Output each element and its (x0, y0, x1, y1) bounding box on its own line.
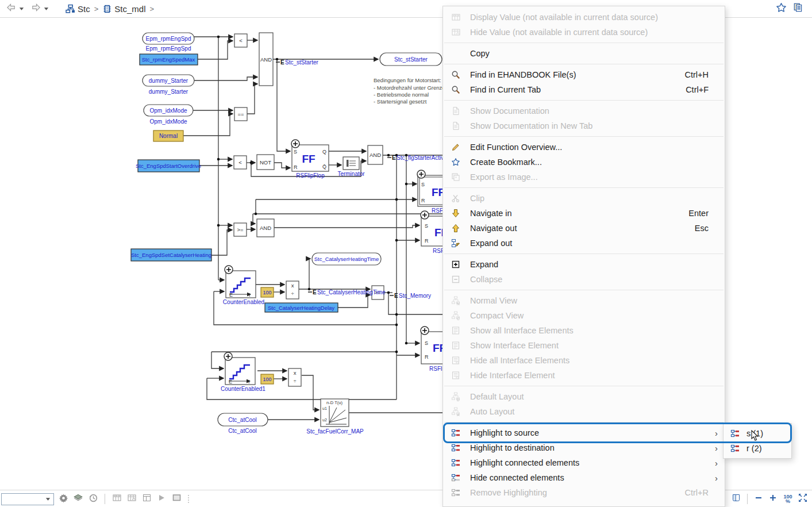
svg-text:x: x (291, 282, 294, 289)
pencil-icon (450, 143, 461, 152)
menu-item-hide-connected-elements[interactable]: Hide connected elements› (443, 470, 725, 485)
book-panel-button[interactable] (730, 493, 742, 505)
hide-value-button[interactable] (126, 493, 137, 505)
port-stc-ststarter-output[interactable]: Stc_stStarter (380, 53, 442, 66)
toolbar-drag-handle[interactable] (188, 495, 189, 503)
interface-rpm-eng-sped-max[interactable]: Stc_rpmEngSpedMax (140, 54, 198, 65)
menu-item-label: Create Bookmark... (470, 158, 698, 167)
history-button[interactable] (87, 493, 99, 505)
fit-screen-button[interactable] (797, 493, 809, 505)
menu-item-hide-interface-element: Hide Interface Element (443, 368, 725, 383)
menu-item-clip: Clip (443, 191, 725, 206)
expand-out-icon (450, 239, 461, 248)
svg-text:Opm_idxMode: Opm_idxMode (149, 118, 187, 125)
compare-lt-block-1[interactable]: < (234, 34, 247, 47)
layers-button[interactable] (72, 493, 84, 505)
menu-item-label: Highlight to destination (470, 443, 698, 452)
expand-badge-icon[interactable] (421, 327, 429, 335)
display-value-button[interactable] (111, 493, 122, 505)
interface-catalyser-heating-delay[interactable]: Stc_CatalyserHeatingDelay (265, 303, 338, 312)
menu-item-highlight-to-source[interactable]: Highlight to source› (443, 425, 725, 440)
constant-normal[interactable]: Normal (153, 130, 183, 141)
history-icon (88, 493, 98, 505)
menu-item-highlight-to-destination[interactable]: Highlight to destination› (443, 440, 725, 455)
back-arrow-icon (6, 3, 17, 14)
expand-badge-icon[interactable] (291, 140, 299, 148)
port-ctc-atcool[interactable]: Ctc_atCool Ctc_atCool (218, 413, 268, 434)
back-button[interactable] (6, 3, 25, 14)
submenu-item-source-s[interactable]: s (1) (724, 426, 791, 441)
menu-item-navigate-out[interactable]: Navigate outEsc (443, 221, 725, 236)
expand-badge-icon[interactable] (224, 352, 232, 360)
port-catalyser-heating-time[interactable]: Stc_CatalyserHeatingTime (312, 253, 381, 265)
submenu-item-label: r (2) (746, 444, 762, 453)
documentation-pages-button[interactable] (792, 3, 804, 14)
submenu-item-source-r[interactable]: r (2) (724, 441, 791, 456)
multiply-divide-block-2[interactable]: x ÷ (288, 368, 301, 386)
screen-button[interactable] (171, 493, 182, 505)
menu-item-find-in-ehandbook-files[interactable]: Find in EHANDBOOK File(s)Ctrl+H (443, 67, 725, 82)
constant-100-b[interactable]: 100 (261, 374, 274, 384)
constant-100-a[interactable]: 100 (261, 287, 274, 297)
menu-item-copy[interactable]: Copy (443, 46, 725, 61)
menu-item-compact-view: CCompact View (443, 308, 725, 323)
menu-item-expand-out[interactable]: Expand out (443, 236, 725, 251)
and-block-3[interactable]: AND (257, 219, 274, 237)
menu-item-navigate-in[interactable]: Navigate inEnter (443, 206, 725, 221)
menu-item-label: Edit Function Overview... (470, 143, 698, 152)
menu-item-edit-function-overview[interactable]: Edit Function Overview... (443, 140, 725, 155)
svg-text:Stc_CatalyserHeatingTime: Stc_CatalyserHeatingTime (314, 256, 379, 262)
back-history-caret-icon[interactable] (18, 3, 25, 14)
and-block-2[interactable]: AND (368, 145, 383, 164)
counter-enabled-block[interactable]: E I CounterEnabled (223, 266, 264, 305)
and-block-tall[interactable]: AND (259, 33, 273, 86)
menu-item-label: Show Documentation in New Tab (470, 121, 698, 130)
rsflipflop-block[interactable]: FF S R Q Q̄ RSFlipFlop (291, 140, 329, 179)
expand-badge-icon[interactable] (225, 266, 233, 274)
multiply-divide-block-1[interactable]: x ÷ (286, 281, 299, 299)
port-epm-rpmengspd[interactable]: Epm_rpmEngSpd Epm_rpmEngSpd (143, 33, 194, 52)
fit-screen-icon (798, 493, 807, 505)
expand-badge-icon[interactable] (421, 211, 429, 219)
settings-button[interactable] (57, 493, 69, 505)
interface-engspd-set-catalyser-heating[interactable]: Stc_EngSpdSetCatalyserHeating (131, 249, 211, 261)
svg-text:AND: AND (370, 152, 381, 158)
port-opm-idxmode[interactable]: Opm_idxMode Opm_idxMode (144, 105, 193, 125)
menu-separator (444, 100, 724, 101)
svg-text:Terminator: Terminator (337, 171, 365, 177)
window-layout-button[interactable] (141, 493, 152, 505)
menu-item-expand[interactable]: Expand (443, 257, 725, 272)
svg-text:I: I (248, 379, 250, 385)
menu-item-create-bookmark[interactable]: Create Bookmark... (443, 155, 725, 170)
counter-enabled1-block[interactable]: E I CounterEnabled1 (221, 352, 265, 392)
search-icon (450, 85, 461, 94)
menu-item-shortcut: Ctrl+R (685, 488, 709, 497)
forward-history-caret-icon[interactable] (43, 3, 49, 14)
play-button[interactable] (156, 493, 167, 505)
not-block[interactable]: NOT (257, 155, 274, 170)
zoom-out-button[interactable] (753, 493, 764, 505)
forward-button[interactable] (30, 3, 49, 14)
fuel-corr-map-block[interactable]: n-D T(u) u1 u2 Stc_facFuelCorr_MAP (306, 399, 364, 435)
interface-engspd-start-overdrive[interactable]: Stc_EngSpdStartOverdrive (136, 160, 201, 172)
svg-text:RSFlipFlop: RSFlipFlop (296, 172, 325, 179)
menu-item-find-in-current-tab[interactable]: Find in Current TabCtrl+F (443, 82, 725, 97)
zoom-in-button[interactable] (767, 493, 779, 505)
status-dropdown[interactable] (1, 493, 54, 505)
breadcrumb: Stc>Stc_mdl> (66, 4, 158, 14)
svg-text:R: R (425, 238, 429, 244)
compare-gte-block-1[interactable]: >= (234, 223, 247, 236)
menu-item-highlight-connected-elements[interactable]: Highlight connected elements› (443, 455, 725, 470)
equals-block[interactable]: == (234, 107, 247, 121)
port-dummy-starter[interactable]: dummy_Starter dummy_Starter (143, 75, 194, 95)
menu-separator (444, 290, 724, 290)
svg-text:S: S (294, 149, 297, 155)
zoom-100-button[interactable]: 100% (782, 494, 794, 504)
menu-item-label: Show Documentation (470, 106, 698, 116)
bookmark-star-button[interactable] (775, 3, 787, 14)
breadcrumb-item-stc[interactable]: Stc (66, 4, 90, 14)
menu-separator (444, 254, 724, 254)
compare-lt-block-2[interactable]: < (234, 156, 247, 169)
expand-badge-icon[interactable] (417, 170, 425, 178)
breadcrumb-item-stc_mdl[interactable]: Stc_mdl (102, 4, 145, 14)
